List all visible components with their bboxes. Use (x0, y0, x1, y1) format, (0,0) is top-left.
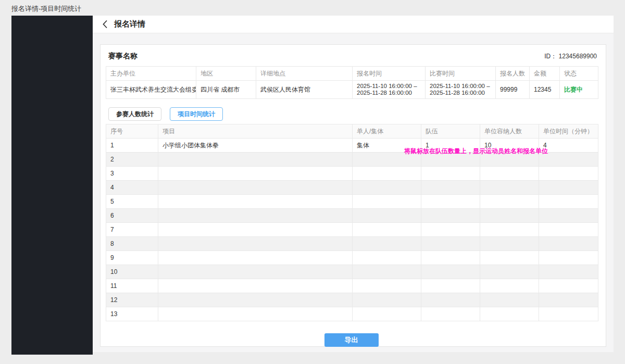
back-button[interactable] (102, 20, 108, 29)
stats-cell (353, 167, 421, 181)
stats-cell (158, 167, 353, 181)
table-row: 4 (106, 181, 598, 195)
stats-cell (353, 223, 421, 237)
stats-cell (480, 307, 539, 321)
event-id: ID： 12345689900 (544, 52, 597, 61)
stats-cell (421, 251, 480, 265)
stats-table-body: 1小学组小团体集体拳集体11042345678910111213 (106, 139, 598, 321)
tab-project-time-stats[interactable]: 项目时间统计 (170, 107, 223, 121)
col-teams: 队伍 (421, 124, 480, 139)
stats-cell (539, 237, 598, 251)
stats-cell (480, 251, 539, 265)
stats-cell (421, 167, 480, 181)
stats-cell (480, 237, 539, 251)
stats-cell: 7 (106, 223, 158, 237)
stats-cell (353, 307, 421, 321)
page-title: 报名详情 (114, 19, 145, 29)
stats-cell: 11 (106, 279, 158, 293)
stats-cell (158, 307, 353, 321)
col-region: 地区 (196, 67, 256, 81)
stats-cell (539, 265, 598, 279)
stats-cell (353, 237, 421, 251)
stats-cell: 3 (106, 167, 158, 181)
stats-cell (158, 265, 353, 279)
table-row: 5 (106, 195, 598, 209)
stats-cell: 12 (106, 293, 158, 307)
stats-cell: 8 (106, 237, 158, 251)
stats-cell (539, 251, 598, 265)
stats-cell (158, 293, 353, 307)
stats-cell (539, 293, 598, 307)
stats-cell (353, 279, 421, 293)
stats-cell: 5 (106, 195, 158, 209)
stats-cell (353, 195, 421, 209)
event-card: 赛事名称 ID： 12345689900 主办单位 地区 详细地点 报名时间 比… (100, 44, 606, 347)
stats-cell (158, 153, 353, 167)
stats-cell (539, 279, 598, 293)
table-row: 6 (106, 209, 598, 223)
stats-cell (353, 265, 421, 279)
stats-cell (353, 209, 421, 223)
event-card-title: 赛事名称 (108, 52, 138, 61)
chevron-left-icon (102, 20, 108, 29)
window-title: 报名详情-项目时间统计 (11, 4, 81, 14)
match-time-cell: 2025-11-10 16:00:00 – 2025-11-28 16:00:0… (426, 81, 496, 99)
stats-cell (421, 223, 480, 237)
stats-cell (421, 237, 480, 251)
stats-cell (421, 195, 480, 209)
stats-cell: 1 (106, 139, 158, 153)
stats-cell (421, 293, 480, 307)
stats-cell (158, 279, 353, 293)
stats-cell (421, 279, 480, 293)
table-row: 12 (106, 293, 598, 307)
stats-cell (539, 195, 598, 209)
col-venue: 详细地点 (256, 67, 353, 81)
stats-tabs: 参赛人数统计 项目时间统计 (106, 107, 597, 121)
col-signup-time: 报名时间 (353, 67, 426, 81)
stats-cell: 6 (106, 209, 158, 223)
event-table-header-row: 主办单位 地区 详细地点 报名时间 比赛时间 报名人数 金额 状态 (106, 67, 598, 81)
col-project: 项目 (158, 124, 353, 139)
stats-cell (539, 209, 598, 223)
page-header: 报名详情 (93, 16, 614, 33)
col-signup-count: 报名人数 (496, 67, 530, 81)
main-content: 报名详情 赛事名称 ID： 12345689900 主办单位 地区 详细地点 报… (93, 16, 614, 352)
stats-cell (353, 251, 421, 265)
stats-cell (480, 209, 539, 223)
stats-cell (539, 167, 598, 181)
export-button[interactable]: 导出 (324, 333, 379, 347)
stats-cell (480, 195, 539, 209)
stats-cell (480, 293, 539, 307)
stats-cell: 4 (106, 181, 158, 195)
table-row: 13 (106, 307, 598, 321)
stats-cell (158, 195, 353, 209)
table-row: 8 (106, 237, 598, 251)
stats-cell: 9 (106, 251, 158, 265)
col-index: 序号 (106, 124, 158, 139)
status-badge: 比赛中 (560, 81, 598, 99)
table-row: 3 (106, 167, 598, 181)
organizer-cell: 张三丰杯武术养生交流大会组委会 (106, 81, 196, 99)
venue-cell: 武侯区人民体育馆 (256, 81, 353, 99)
amount-cell: 12345 (530, 81, 560, 99)
col-status: 状态 (560, 67, 598, 81)
stats-cell (158, 209, 353, 223)
stats-cell (421, 265, 480, 279)
region-cell: 四川省 成都市 (196, 81, 256, 99)
stats-cell (480, 265, 539, 279)
signup-count-cell: 99999 (496, 81, 530, 99)
stats-cell: 小学组小团体集体拳 (158, 139, 353, 153)
sidebar (11, 16, 93, 355)
table-row: 9 (106, 251, 598, 265)
stats-cell (421, 209, 480, 223)
event-info-table: 主办单位 地区 详细地点 报名时间 比赛时间 报名人数 金额 状态 张三丰杯武术… (106, 66, 598, 99)
stats-cell (480, 167, 539, 181)
stats-cell (539, 307, 598, 321)
col-amount: 金额 (530, 67, 560, 81)
table-row: 10 (106, 265, 598, 279)
stats-cell (353, 293, 421, 307)
table-row: 7 (106, 223, 598, 237)
table-row: 11 (106, 279, 598, 293)
stats-cell (421, 307, 480, 321)
tab-participant-stats[interactable]: 参赛人数统计 (108, 107, 161, 121)
